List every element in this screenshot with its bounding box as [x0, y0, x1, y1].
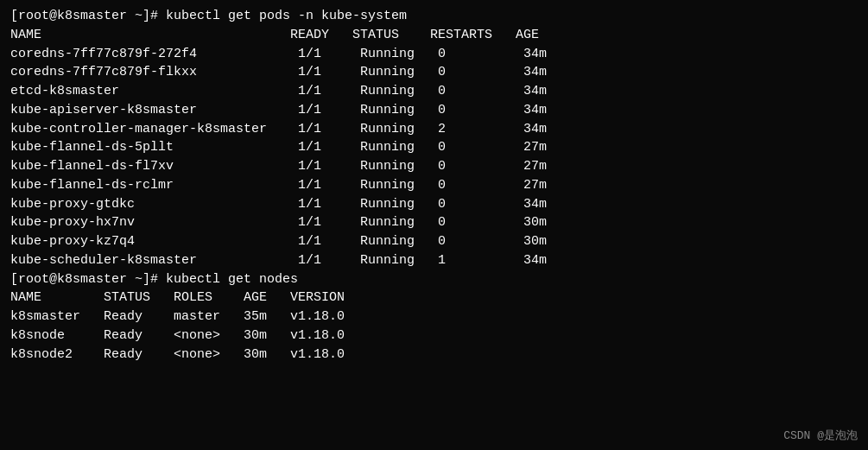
terminal-line-row2: coredns-7ff77c879f-flkxx 1/1 Running 0 3…	[10, 63, 858, 82]
terminal-line-node3: k8snode2 Ready <none> 30m v1.18.0	[10, 345, 858, 364]
watermark: CSDN @是泡泡	[783, 428, 858, 443]
terminal-line-row9: kube-proxy-gtdkc 1/1 Running 0 34m	[10, 195, 858, 214]
terminal-line-row3: etcd-k8smaster 1/1 Running 0 34m	[10, 82, 858, 101]
terminal-line-row7: kube-flannel-ds-fl7xv 1/1 Running 0 27m	[10, 157, 858, 176]
terminal-line-row12: kube-scheduler-k8smaster 1/1 Running 1 3…	[10, 251, 858, 270]
terminal-line-header2: NAME STATUS ROLES AGE VERSION	[10, 288, 858, 307]
terminal-line-node2: k8snode Ready <none> 30m v1.18.0	[10, 326, 858, 345]
terminal-line-node1: k8smaster Ready master 35m v1.18.0	[10, 307, 858, 326]
terminal-line-prompt2: [root@k8smaster ~]# kubectl get nodes	[10, 270, 858, 289]
terminal-line-row10: kube-proxy-hx7nv 1/1 Running 0 30m	[10, 213, 858, 232]
terminal-line-header1: NAME READY STATUS RESTARTS AGE	[10, 26, 858, 45]
terminal-line-row8: kube-flannel-ds-rclmr 1/1 Running 0 27m	[10, 176, 858, 195]
terminal-line-row5: kube-controller-manager-k8smaster 1/1 Ru…	[10, 120, 858, 139]
terminal-output: [root@k8smaster ~]# kubectl get pods -n …	[10, 7, 858, 364]
terminal-line-row11: kube-proxy-kz7q4 1/1 Running 0 30m	[10, 232, 858, 251]
terminal-window: [root@k8smaster ~]# kubectl get pods -n …	[0, 0, 868, 450]
terminal-line-row1: coredns-7ff77c879f-272f4 1/1 Running 0 3…	[10, 45, 858, 64]
terminal-line-row4: kube-apiserver-k8smaster 1/1 Running 0 3…	[10, 101, 858, 120]
terminal-line-row6: kube-flannel-ds-5pllt 1/1 Running 0 27m	[10, 138, 858, 157]
terminal-line-prompt1: [root@k8smaster ~]# kubectl get pods -n …	[10, 7, 858, 26]
